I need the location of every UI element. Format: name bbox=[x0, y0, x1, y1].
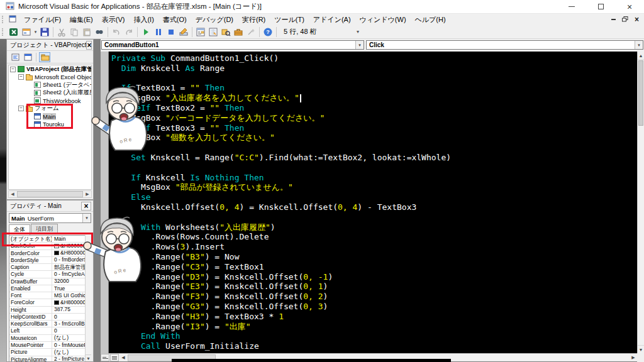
undo-icon[interactable] bbox=[110, 26, 123, 38]
chevron-down-icon[interactable]: ▼ bbox=[635, 41, 643, 49]
find-icon[interactable] bbox=[93, 26, 106, 38]
scroll-down-icon[interactable]: ▼ bbox=[86, 354, 91, 361]
scroll-right-icon[interactable]: ▶ bbox=[84, 191, 91, 197]
properties-panel-close-icon[interactable]: × bbox=[81, 202, 91, 211]
menu-item[interactable]: 挿入(I) bbox=[129, 14, 158, 25]
property-row[interactable]: Caption部品在庫管理 bbox=[9, 264, 91, 271]
code-line: .Range("B3") = Now bbox=[111, 252, 637, 262]
menu-item[interactable]: ファイル(F) bbox=[19, 14, 65, 25]
paste-icon[interactable] bbox=[80, 26, 93, 38]
code-editor[interactable]: Private Sub CommandButton1_Click() Dim K… bbox=[101, 52, 637, 353]
insert-dropdown-icon[interactable]: ▾ bbox=[33, 26, 38, 38]
menu-item[interactable]: アドイン(A) bbox=[309, 14, 355, 25]
property-name: BorderStyle bbox=[9, 257, 52, 263]
run-icon[interactable] bbox=[140, 26, 152, 38]
mdi-minimize-button[interactable] bbox=[611, 19, 616, 20]
toolbox-icon[interactable] bbox=[232, 26, 245, 38]
event-combo[interactable]: Click ▼ bbox=[366, 40, 643, 50]
property-row[interactable]: PictureAlignme2 - fmPicture bbox=[9, 356, 91, 361]
property-row[interactable]: Height387.75 bbox=[9, 307, 91, 314]
property-row[interactable]: Cycle0 - fmCycleA bbox=[9, 271, 91, 278]
property-row[interactable]: MouseIcon(なし) bbox=[9, 335, 91, 342]
design-mode-icon[interactable] bbox=[177, 26, 190, 38]
scroll-thumb[interactable] bbox=[17, 191, 83, 197]
menu-item[interactable]: 実行(R) bbox=[238, 14, 270, 25]
break-icon[interactable] bbox=[152, 26, 165, 38]
view-object-icon[interactable] bbox=[22, 52, 33, 62]
object-browser-icon[interactable] bbox=[219, 26, 232, 38]
chevron-down-icon[interactable]: ▼ bbox=[355, 41, 364, 49]
save-icon[interactable] bbox=[38, 26, 51, 38]
copy-icon[interactable] bbox=[68, 26, 80, 38]
code-line: Else bbox=[111, 143, 637, 153]
maximize-button[interactable] bbox=[586, 0, 615, 13]
property-row[interactable]: KeepScrollBars3 - fmScrollB bbox=[9, 321, 91, 327]
property-row[interactable]: ForeColor&H8000001 bbox=[9, 299, 91, 306]
help-icon[interactable]: ? bbox=[262, 26, 274, 38]
insert-userform-icon[interactable] bbox=[20, 26, 33, 38]
menu-item[interactable]: デバッグ(D) bbox=[191, 14, 238, 25]
scroll-down-icon[interactable]: ▼ bbox=[638, 345, 644, 353]
property-name: Height bbox=[9, 307, 52, 313]
menu-items: ファイル(F)編集(E)表示(V)挿入(I)書式(O)デバッグ(D)実行(R)ツ… bbox=[19, 14, 450, 25]
project-tree-hscrollbar[interactable]: ◀ ▶ bbox=[8, 190, 92, 198]
project-explorer-icon[interactable] bbox=[194, 26, 207, 38]
property-row[interactable]: MousePointer0 - fmMouseF bbox=[9, 342, 91, 349]
control-wizard-icon[interactable] bbox=[245, 26, 257, 38]
scroll-left-icon[interactable]: ◀ bbox=[119, 354, 127, 361]
code-vscrollbar[interactable]: ▲ ▼ bbox=[637, 52, 644, 353]
object-combo[interactable]: CommandButton1 ▼ bbox=[101, 40, 364, 50]
scroll-left-icon[interactable]: ◀ bbox=[9, 191, 16, 197]
procedure-view-icon[interactable] bbox=[101, 354, 109, 361]
object-selector-dropdown[interactable]: Main UserForm ▼ bbox=[9, 213, 91, 223]
mdi-child-icon[interactable] bbox=[9, 15, 16, 24]
redo-icon[interactable] bbox=[123, 26, 135, 38]
property-row[interactable]: FontMS UI Gothic bbox=[9, 292, 91, 299]
full-module-view-icon[interactable] bbox=[110, 354, 119, 361]
left-edge-strip bbox=[0, 39, 6, 362]
project-tree-item[interactable]: −Microsoft Excel Objects bbox=[9, 74, 91, 82]
menu-item[interactable]: ツール(T) bbox=[270, 14, 309, 25]
tree-expand-icon[interactable]: − bbox=[18, 74, 24, 80]
reset-icon[interactable] bbox=[165, 26, 177, 38]
scroll-thumb[interactable] bbox=[638, 60, 643, 126]
cursor-position-status: 5 行, 48 桁 bbox=[284, 27, 317, 36]
property-row[interactable]: HelpContextID0 bbox=[9, 314, 91, 321]
toggle-folders-icon[interactable] bbox=[39, 52, 50, 62]
view-code-icon[interactable] bbox=[9, 52, 21, 62]
code-line: .Range("H3") = TextBox3 * 1 bbox=[111, 312, 637, 322]
toolbar-overflow-icon[interactable]: ▾ bbox=[354, 27, 362, 37]
property-row[interactable]: EnabledTrue bbox=[9, 285, 91, 292]
annotation-rectangle-forms bbox=[26, 104, 73, 129]
scroll-up-icon[interactable]: ▲ bbox=[638, 52, 644, 60]
tree-expand-icon[interactable]: − bbox=[18, 106, 24, 111]
menu-item[interactable]: 編集(E) bbox=[65, 14, 97, 25]
scroll-right-icon[interactable]: ▶ bbox=[630, 354, 637, 361]
excel-icon[interactable] bbox=[8, 26, 20, 38]
project-tree-item[interactable]: −VBAProject (部品在庫管 bbox=[9, 65, 91, 74]
minimize-button[interactable] bbox=[557, 0, 586, 13]
project-tree-item[interactable]: Sheet2 (入出庫履歴 bbox=[9, 89, 91, 97]
close-button[interactable]: × bbox=[615, 0, 644, 13]
mdi-close-button[interactable]: × bbox=[635, 16, 639, 23]
property-row[interactable]: BorderColor&H8000001 bbox=[9, 250, 91, 257]
property-row[interactable]: DrawBuffer32000 bbox=[9, 278, 91, 285]
code-line: ElseIf TextBox3 = "" Then bbox=[111, 123, 637, 133]
menu-item[interactable]: ウィンドウ(W) bbox=[355, 14, 411, 25]
property-row[interactable]: Left0 bbox=[9, 327, 91, 334]
properties-window-icon[interactable] bbox=[207, 26, 219, 38]
project-tree-item[interactable]: Sheet1 (データベース) bbox=[9, 81, 91, 89]
property-row[interactable]: Picture(なし) bbox=[9, 349, 91, 356]
project-panel-close-icon[interactable]: × bbox=[86, 41, 92, 50]
mdi-restore-button[interactable] bbox=[622, 16, 628, 23]
cut-icon[interactable] bbox=[55, 26, 68, 38]
menu-item[interactable]: 書式(O) bbox=[158, 14, 191, 25]
menubar-grip[interactable] bbox=[2, 16, 5, 23]
property-row[interactable]: BorderStyle0 - fmBorderS bbox=[9, 257, 91, 264]
menu-item[interactable]: 表示(V) bbox=[97, 14, 130, 25]
property-grid[interactable]: (オブジェクト名)MainBackColor&H8000000BorderCol… bbox=[9, 235, 91, 361]
menu-item[interactable]: ヘルプ(H) bbox=[411, 14, 450, 25]
sheet-icon bbox=[34, 90, 41, 96]
toolbar-grip[interactable] bbox=[2, 28, 5, 36]
tree-expand-icon[interactable]: − bbox=[10, 67, 16, 72]
